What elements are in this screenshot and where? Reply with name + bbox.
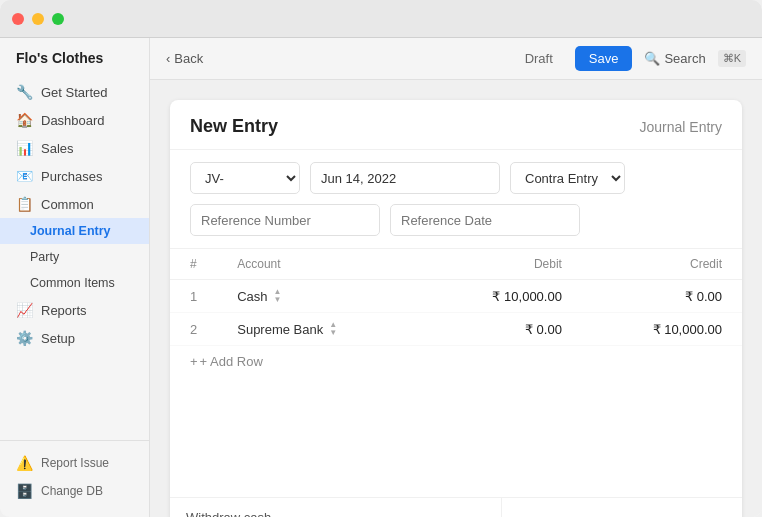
sidebar-item-label: Party bbox=[30, 250, 59, 264]
row-credit[interactable]: ₹ 10,000.00 bbox=[582, 313, 742, 346]
purchases-icon: 📧 bbox=[16, 168, 33, 184]
change-db-icon: 🗄️ bbox=[16, 483, 33, 499]
footer-totals: Total Debit ₹ 10,000.00 Total Credit ₹ 1… bbox=[502, 498, 742, 517]
reference-number-field[interactable] bbox=[190, 204, 380, 236]
setup-icon: ⚙️ bbox=[16, 330, 33, 346]
add-row-label: + Add Row bbox=[200, 354, 263, 369]
row-account[interactable]: Supreme Bank ▲▼ bbox=[217, 313, 422, 346]
table-empty-space bbox=[170, 377, 742, 497]
notes-text: Withdraw cash. bbox=[186, 510, 275, 517]
row-debit[interactable]: ₹ 0.00 bbox=[422, 313, 582, 346]
row-credit[interactable]: ₹ 0.00 bbox=[582, 280, 742, 313]
keyboard-shortcut: ⌘K bbox=[718, 50, 746, 67]
col-num: # bbox=[170, 249, 217, 280]
table-row: 2 Supreme Bank ▲▼ ₹ 0.00 ₹ 10,000.00 bbox=[170, 313, 742, 346]
col-debit: Debit bbox=[422, 249, 582, 280]
form-footer: Withdraw cash. Total Debit ₹ 10,000.00 T… bbox=[170, 497, 742, 517]
sidebar-item-label: Sales bbox=[41, 141, 74, 156]
col-account: Account bbox=[217, 249, 422, 280]
sidebar-item-label: Common bbox=[41, 197, 94, 212]
sidebar-item-label: Setup bbox=[41, 331, 75, 346]
sidebar-item-change-db[interactable]: 🗄️ Change DB bbox=[0, 477, 149, 505]
form-panel: New Entry Journal Entry JV- Contra Entry bbox=[150, 80, 762, 517]
secondary-fields bbox=[190, 204, 580, 236]
sidebar-item-get-started[interactable]: 🔧 Get Started bbox=[0, 78, 149, 106]
col-credit: Credit bbox=[582, 249, 742, 280]
footer-notes: Withdraw cash. bbox=[170, 498, 502, 517]
back-button[interactable]: ‹ Back bbox=[166, 51, 203, 66]
entry-type-select[interactable]: Contra Entry bbox=[510, 162, 625, 194]
primary-fields: JV- Contra Entry bbox=[190, 162, 625, 194]
sidebar-item-label: Report Issue bbox=[41, 456, 109, 470]
form-subtitle: Journal Entry bbox=[640, 119, 722, 135]
close-button[interactable] bbox=[12, 13, 24, 25]
top-toolbar: ‹ Back Draft Save 🔍 Search ⌘K bbox=[150, 38, 762, 80]
save-button[interactable]: Save bbox=[575, 46, 633, 71]
common-icon: 📋 bbox=[16, 196, 33, 212]
sidebar-item-label: Get Started bbox=[41, 85, 107, 100]
row-index: 2 bbox=[170, 313, 217, 346]
titlebar bbox=[0, 0, 762, 38]
maximize-button[interactable] bbox=[52, 13, 64, 25]
form-card: New Entry Journal Entry JV- Contra Entry bbox=[170, 100, 742, 517]
sidebar-item-journal-entry[interactable]: Journal Entry bbox=[0, 218, 149, 244]
sidebar-item-common[interactable]: 📋 Common bbox=[0, 190, 149, 218]
sidebar-item-label: Reports bbox=[41, 303, 87, 318]
back-label: Back bbox=[174, 51, 203, 66]
row-debit[interactable]: ₹ 10,000.00 bbox=[422, 280, 582, 313]
date-field[interactable] bbox=[310, 162, 500, 194]
app-window: Flo's Clothes 🔧 Get Started 🏠 Dashboard … bbox=[0, 0, 762, 517]
voucher-prefix-select[interactable]: JV- bbox=[190, 162, 300, 194]
sidebar-item-report-issue[interactable]: ⚠️ Report Issue bbox=[0, 449, 149, 477]
account-cell: Cash ▲▼ bbox=[237, 288, 402, 304]
minimize-button[interactable] bbox=[32, 13, 44, 25]
get-started-icon: 🔧 bbox=[16, 84, 33, 100]
sidebar-item-label: Change DB bbox=[41, 484, 103, 498]
report-issue-icon: ⚠️ bbox=[16, 455, 33, 471]
sidebar-item-party[interactable]: Party bbox=[0, 244, 149, 270]
sidebar-item-label: Purchases bbox=[41, 169, 102, 184]
table-row: 1 Cash ▲▼ ₹ 10,000.00 ₹ 0.00 bbox=[170, 280, 742, 313]
row-account[interactable]: Cash ▲▼ bbox=[217, 280, 422, 313]
content-area: ‹ Back Draft Save 🔍 Search ⌘K New Entry bbox=[150, 38, 762, 517]
entry-table: # Account Debit Credit 1 bbox=[170, 249, 742, 346]
account-name: Cash bbox=[237, 289, 267, 304]
plus-icon: + bbox=[190, 354, 198, 369]
sidebar-item-purchases[interactable]: 📧 Purchases bbox=[0, 162, 149, 190]
search-button[interactable]: 🔍 Search bbox=[644, 51, 705, 66]
form-header: New Entry Journal Entry bbox=[170, 100, 742, 150]
draft-button[interactable]: Draft bbox=[515, 47, 563, 70]
row-index: 1 bbox=[170, 280, 217, 313]
sidebar-footer: ⚠️ Report Issue 🗄️ Change DB bbox=[0, 440, 149, 505]
search-icon: 🔍 bbox=[644, 51, 660, 66]
search-label: Search bbox=[664, 51, 705, 66]
sidebar-item-label: Common Items bbox=[30, 276, 115, 290]
dashboard-icon: 🏠 bbox=[16, 112, 33, 128]
account-arrows-icon: ▲▼ bbox=[329, 321, 337, 337]
form-fields: JV- Contra Entry bbox=[170, 150, 742, 249]
sidebar-item-label: Journal Entry bbox=[30, 224, 111, 238]
account-cell: Supreme Bank ▲▼ bbox=[237, 321, 402, 337]
back-chevron-icon: ‹ bbox=[166, 51, 170, 66]
add-row-button[interactable]: + + Add Row bbox=[170, 346, 742, 377]
reference-date-field[interactable] bbox=[390, 204, 580, 236]
form-title: New Entry bbox=[190, 116, 278, 137]
sidebar-item-reports[interactable]: 📈 Reports bbox=[0, 296, 149, 324]
sidebar: Flo's Clothes 🔧 Get Started 🏠 Dashboard … bbox=[0, 38, 150, 517]
sidebar-item-label: Dashboard bbox=[41, 113, 105, 128]
reports-icon: 📈 bbox=[16, 302, 33, 318]
account-name: Supreme Bank bbox=[237, 322, 323, 337]
sidebar-item-common-items[interactable]: Common Items bbox=[0, 270, 149, 296]
sidebar-item-setup[interactable]: ⚙️ Setup bbox=[0, 324, 149, 352]
account-arrows-icon: ▲▼ bbox=[274, 288, 282, 304]
main-layout: Flo's Clothes 🔧 Get Started 🏠 Dashboard … bbox=[0, 38, 762, 517]
sidebar-item-dashboard[interactable]: 🏠 Dashboard bbox=[0, 106, 149, 134]
sidebar-item-sales[interactable]: 📊 Sales bbox=[0, 134, 149, 162]
brand-name: Flo's Clothes bbox=[0, 50, 149, 78]
sales-icon: 📊 bbox=[16, 140, 33, 156]
